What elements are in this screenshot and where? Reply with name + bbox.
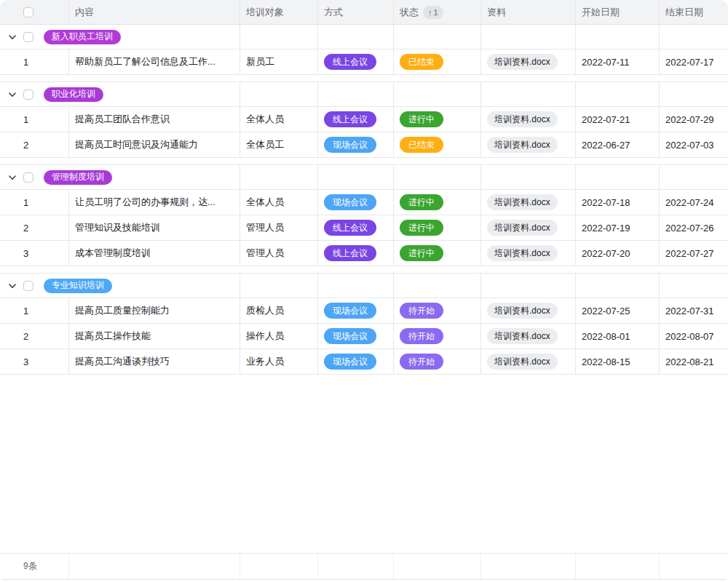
target-cell[interactable]: 质检人员 xyxy=(240,298,318,323)
target-cell[interactable]: 管理人员 xyxy=(240,215,318,240)
material-cell[interactable]: 培训资料.docx xyxy=(481,49,576,74)
status-cell[interactable]: 进行中 xyxy=(394,107,481,132)
content-cell[interactable]: 提高员工沟通谈判技巧 xyxy=(69,349,240,374)
row-number-cell[interactable]: 3 xyxy=(0,349,69,374)
method-cell[interactable]: 现场会议 xyxy=(318,349,394,374)
content-cell[interactable]: 提高员工时间意识及沟通能力 xyxy=(69,132,240,157)
method-cell[interactable]: 现场会议 xyxy=(318,298,394,323)
start-cell[interactable]: 2022-07-18 xyxy=(576,190,660,215)
attachment-chip[interactable]: 培训资料.docx xyxy=(487,137,558,153)
column-header-method[interactable]: 方式 xyxy=(318,0,394,24)
row-number-cell[interactable]: 1 xyxy=(0,107,69,132)
material-cell[interactable]: 培训资料.docx xyxy=(481,132,576,157)
column-header-material[interactable]: 资料 xyxy=(481,0,576,24)
group-checkbox[interactable] xyxy=(23,281,33,291)
attachment-chip[interactable]: 培训资料.docx xyxy=(487,328,558,344)
method-cell[interactable]: 现场会议 xyxy=(318,324,394,348)
content-cell[interactable]: 提高员工团队合作意识 xyxy=(69,107,240,132)
start-cell[interactable]: 2022-07-20 xyxy=(576,241,660,266)
column-header-content[interactable]: 内容 xyxy=(69,0,240,24)
end-cell[interactable]: 2022-07-26 xyxy=(660,215,728,240)
start-cell[interactable]: 2022-07-11 xyxy=(576,49,660,74)
attachment-chip[interactable]: 培训资料.docx xyxy=(487,220,558,236)
column-header-status[interactable]: 状态 ↑ 1 xyxy=(394,0,481,24)
column-header-end-date[interactable]: 结束日期 xyxy=(660,0,728,24)
method-cell[interactable]: 现场会议 xyxy=(318,132,394,157)
chevron-down-icon[interactable] xyxy=(7,281,17,291)
method-cell[interactable]: 线上会议 xyxy=(318,107,394,132)
material-cell[interactable]: 培训资料.docx xyxy=(481,190,576,215)
status-cell[interactable]: 待开始 xyxy=(394,298,481,323)
group-header-cell[interactable]: 职业化培训 xyxy=(0,82,240,106)
material-cell[interactable]: 培训资料.docx xyxy=(481,107,576,132)
start-cell[interactable]: 2022-07-19 xyxy=(576,215,660,240)
target-cell[interactable]: 业务人员 xyxy=(240,349,318,374)
end-cell[interactable]: 2022-07-24 xyxy=(660,190,728,215)
status-cell[interactable]: 已结束 xyxy=(394,132,481,157)
row-number-cell[interactable]: 2 xyxy=(0,215,69,240)
end-cell[interactable]: 2022-08-07 xyxy=(660,324,728,348)
row-number-cell[interactable]: 1 xyxy=(0,190,69,215)
group-checkbox[interactable] xyxy=(23,89,33,100)
attachment-chip[interactable]: 培训资料.docx xyxy=(487,54,558,70)
content-cell[interactable]: 提高员工质量控制能力 xyxy=(69,298,240,323)
target-cell[interactable]: 操作人员 xyxy=(240,324,318,348)
end-cell[interactable]: 2022-07-03 xyxy=(660,132,728,157)
column-header-start-date[interactable]: 开始日期 xyxy=(576,0,660,24)
chevron-down-icon[interactable] xyxy=(7,89,17,100)
material-cell[interactable]: 培训资料.docx xyxy=(481,241,576,266)
row-number-cell[interactable]: 1 xyxy=(0,49,69,74)
method-cell[interactable]: 线上会议 xyxy=(318,49,394,74)
material-cell[interactable]: 培训资料.docx xyxy=(481,349,576,374)
material-cell[interactable]: 培训资料.docx xyxy=(481,215,576,240)
sort-indicator[interactable]: ↑ 1 xyxy=(423,6,443,19)
target-cell[interactable]: 新员工 xyxy=(240,49,318,74)
content-cell[interactable]: 管理知识及技能培训 xyxy=(69,215,240,240)
end-cell[interactable]: 2022-07-29 xyxy=(660,107,728,132)
row-number-cell[interactable]: 1 xyxy=(0,298,69,323)
row-number-cell[interactable]: 3 xyxy=(0,241,69,266)
start-cell[interactable]: 2022-06-27 xyxy=(576,132,660,157)
start-cell[interactable]: 2022-08-01 xyxy=(576,324,660,348)
group-header-cell[interactable]: 专业知识培训 xyxy=(0,274,240,298)
status-cell[interactable]: 进行中 xyxy=(394,215,481,240)
content-cell[interactable]: 帮助新员工了解公司信息及工作... xyxy=(69,49,240,74)
material-cell[interactable]: 培训资料.docx xyxy=(481,324,576,348)
attachment-chip[interactable]: 培训资料.docx xyxy=(487,194,558,210)
method-cell[interactable]: 线上会议 xyxy=(318,215,394,240)
attachment-chip[interactable]: 培训资料.docx xyxy=(487,245,558,261)
chevron-down-icon[interactable] xyxy=(7,32,17,42)
start-cell[interactable]: 2022-07-21 xyxy=(576,107,660,132)
group-header-cell[interactable]: 新入职员工培训 xyxy=(0,25,240,49)
attachment-chip[interactable]: 培训资料.docx xyxy=(487,111,558,127)
status-cell[interactable]: 待开始 xyxy=(394,324,481,348)
target-cell[interactable]: 全体人员 xyxy=(240,107,318,132)
end-cell[interactable]: 2022-07-31 xyxy=(660,298,728,323)
end-cell[interactable]: 2022-07-27 xyxy=(660,241,728,266)
material-cell[interactable]: 培训资料.docx xyxy=(481,298,576,323)
target-cell[interactable]: 管理人员 xyxy=(240,241,318,266)
end-cell[interactable]: 2022-07-17 xyxy=(660,49,728,74)
end-cell[interactable]: 2022-08-21 xyxy=(660,349,728,374)
status-cell[interactable]: 进行中 xyxy=(394,190,481,215)
method-cell[interactable]: 线上会议 xyxy=(318,241,394,266)
attachment-chip[interactable]: 培训资料.docx xyxy=(487,303,558,319)
group-checkbox[interactable] xyxy=(23,172,33,183)
target-cell[interactable]: 全体员工 xyxy=(240,132,318,157)
target-cell[interactable]: 全体人员 xyxy=(240,190,318,215)
start-cell[interactable]: 2022-07-25 xyxy=(576,298,660,323)
column-header-target[interactable]: 培训对象 xyxy=(240,0,318,24)
chevron-down-icon[interactable] xyxy=(7,172,17,183)
row-number-cell[interactable]: 2 xyxy=(0,132,69,157)
content-cell[interactable]: 提高员工操作技能 xyxy=(69,324,240,348)
group-checkbox[interactable] xyxy=(23,32,33,42)
status-cell[interactable]: 进行中 xyxy=(394,241,481,266)
status-cell[interactable]: 已结束 xyxy=(394,49,481,74)
content-cell[interactable]: 让员工明了公司的办事规则，达... xyxy=(69,190,240,215)
content-cell[interactable]: 成本管理制度培训 xyxy=(69,241,240,266)
status-cell[interactable]: 待开始 xyxy=(394,349,481,374)
attachment-chip[interactable]: 培训资料.docx xyxy=(487,354,558,370)
select-all-checkbox[interactable] xyxy=(23,7,33,17)
group-header-cell[interactable]: 管理制度培训 xyxy=(0,165,240,189)
start-cell[interactable]: 2022-08-15 xyxy=(576,349,660,374)
